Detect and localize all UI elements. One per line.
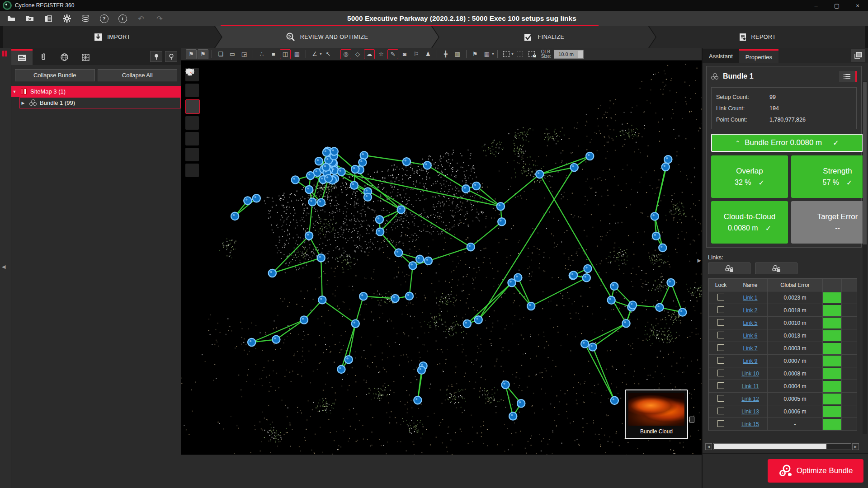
- tree-caret[interactable]: ▼: [11, 89, 18, 94]
- tab-attachments[interactable]: [33, 49, 54, 65]
- tab-network[interactable]: [75, 49, 96, 65]
- settings-gear-icon[interactable]: [62, 14, 72, 23]
- expand-right-panel-arrow[interactable]: ▶: [698, 258, 701, 263]
- metric-tile-cloud-to-cloud[interactable]: Cloud-to-Cloud0.0080 m✓: [711, 201, 788, 244]
- metric-tile-overlap[interactable]: Overlap32 %✓: [711, 155, 788, 198]
- tag-tool-icon[interactable]: ◇: [352, 49, 363, 59]
- tab-finalize[interactable]: FINALIZE: [432, 26, 656, 48]
- lock-checkbox[interactable]: [717, 382, 724, 389]
- tree-item-sitemap-3-1-[interactable]: ▼SiteMap 3 (1): [11, 86, 181, 97]
- scroll-right-arrow[interactable]: ▶: [852, 443, 859, 450]
- tree-caret[interactable]: ▶: [20, 101, 26, 105]
- pin-toggle-a-icon[interactable]: ⚑: [186, 49, 197, 59]
- link-name[interactable]: Link 15: [741, 421, 759, 427]
- tab-review-and-optimize[interactable]: REVIEW AND OPTIMIZE: [215, 26, 439, 48]
- thumbnail-pin-icon[interactable]: [689, 417, 694, 422]
- panel-vertical-scrollbar[interactable]: [863, 81, 867, 434]
- star-tool-icon[interactable]: ☆: [376, 49, 387, 59]
- multi-select-tool[interactable]: [185, 84, 199, 97]
- lock-checkbox[interactable]: [717, 306, 724, 313]
- collapse-bundle-button[interactable]: Collapse Bundle: [15, 69, 95, 81]
- scroll-left-arrow[interactable]: ◀: [705, 443, 712, 450]
- link-name[interactable]: Link 5: [743, 320, 757, 326]
- point-cloud-scene[interactable]: Bundle Cloud ▶: [181, 61, 702, 455]
- pick-tool-icon[interactable]: ↖: [323, 49, 334, 59]
- fly-tool[interactable]: [185, 148, 199, 161]
- storage-icon[interactable]: [80, 14, 90, 23]
- redo-icon[interactable]: ↷: [155, 14, 165, 23]
- lock-checkbox[interactable]: [717, 370, 724, 376]
- limit-box-manage-icon[interactable]: M: [526, 49, 537, 59]
- lock-checkbox[interactable]: [717, 395, 724, 402]
- frame-view-icon[interactable]: ▭: [227, 49, 238, 59]
- tab-web-maps[interactable]: [54, 49, 75, 65]
- metric-tile-strength[interactable]: Strength57 %✓: [791, 155, 865, 198]
- move-axes-icon[interactable]: ╋: [440, 49, 451, 59]
- pan-tool[interactable]: [185, 116, 199, 130]
- orbit-tool[interactable]: [185, 99, 200, 114]
- undo-icon[interactable]: ↶: [136, 14, 146, 23]
- maximize-button[interactable]: ▢: [826, 0, 847, 11]
- lock-checkbox[interactable]: [717, 294, 724, 300]
- qlb-size-spinner[interactable]: 10.0 m: [554, 50, 584, 59]
- bundle-list-button[interactable]: [839, 71, 857, 82]
- help-icon[interactable]: ?: [99, 14, 109, 23]
- lock-checkbox[interactable]: [717, 357, 724, 364]
- camera-tool-icon[interactable]: ◙: [399, 49, 410, 59]
- tab-import[interactable]: IMPORT: [3, 26, 222, 48]
- tab-assistant[interactable]: Assistant: [703, 49, 739, 63]
- cloud-tool-icon[interactable]: ☁: [364, 49, 375, 59]
- link-name[interactable]: Link 13: [741, 408, 759, 415]
- tab-report[interactable]: REPORT: [649, 26, 865, 48]
- minimize-button[interactable]: –: [806, 0, 826, 11]
- limit-box-icon[interactable]: [501, 49, 512, 59]
- link-pin-toggle[interactable]: [165, 51, 177, 62]
- about-icon[interactable]: i: [118, 14, 127, 23]
- close-project-icon[interactable]: [25, 14, 35, 23]
- links-table-container[interactable]: LockNameGlobal ErrorLink 10.0023 mLink 2…: [708, 278, 857, 431]
- measure-menu-icon[interactable]: ∠: [309, 49, 320, 59]
- reports-icon[interactable]: [43, 14, 53, 23]
- target-tool-icon[interactable]: ◎: [340, 49, 351, 59]
- metric-tile-target-error[interactable]: Target Error--: [791, 201, 865, 244]
- link-name[interactable]: Link 10: [741, 371, 759, 377]
- optimize-bundle-button[interactable]: Optimize Bundle: [768, 459, 863, 483]
- flag-tool-icon[interactable]: ⚑: [470, 49, 481, 59]
- lock-checkbox[interactable]: [717, 344, 724, 351]
- geotag-tool-icon[interactable]: ⚐: [411, 49, 422, 59]
- tree-item-bundle-1-99-[interactable]: ▶Bundle 1 (99): [19, 97, 181, 108]
- lock-links-button[interactable]: [708, 263, 750, 274]
- collapse-left-panel-arrow[interactable]: ◀: [2, 264, 5, 270]
- setup-pin-toggle[interactable]: [150, 51, 162, 62]
- collapse-chevron-icon[interactable]: ⌃: [735, 140, 740, 146]
- collapse-all-button[interactable]: Collapse All: [98, 69, 178, 81]
- grid-menu-icon[interactable]: ▦: [481, 49, 492, 59]
- link-name[interactable]: Link 12: [741, 396, 759, 402]
- link-name[interactable]: Link 2: [743, 307, 757, 314]
- image-view-icon[interactable]: ▦: [292, 49, 302, 59]
- links-header-name[interactable]: Name: [733, 279, 768, 291]
- pano-tool-icon[interactable]: ♟: [423, 49, 434, 59]
- link-name[interactable]: Link 6: [743, 333, 757, 339]
- new-window-icon[interactable]: ❏: [215, 49, 226, 59]
- look-tool[interactable]: [185, 132, 199, 145]
- lock-checkbox[interactable]: [717, 332, 724, 338]
- links-header-lock[interactable]: Lock: [709, 279, 733, 291]
- lock-checkbox[interactable]: [717, 420, 724, 427]
- split-view-icon[interactable]: ◫: [280, 49, 291, 59]
- fill-view-icon[interactable]: ■: [268, 49, 279, 59]
- open-project-icon[interactable]: [6, 14, 16, 23]
- panel-layout-button[interactable]: [851, 49, 865, 62]
- tab-properties[interactable]: Properties: [739, 49, 778, 63]
- bundle-error-banner[interactable]: ⌃ Bundle Error 0.0080 m ✓: [711, 134, 863, 152]
- dolly-tool-icon[interactable]: ▥: [452, 49, 463, 59]
- point-cloud-canvas[interactable]: [181, 61, 702, 455]
- draw-tool-icon[interactable]: ✎: [387, 49, 398, 59]
- lock-checkbox[interactable]: [717, 408, 724, 414]
- pin-toggle-b-icon[interactable]: ⚑: [198, 49, 208, 59]
- tab-sitemaps[interactable]: [11, 49, 33, 65]
- link-name[interactable]: Link 11: [742, 383, 759, 389]
- link-name[interactable]: Link 9: [743, 358, 757, 364]
- zoom-fit-icon[interactable]: ◲: [239, 49, 250, 59]
- link-name[interactable]: Link 7: [743, 345, 757, 352]
